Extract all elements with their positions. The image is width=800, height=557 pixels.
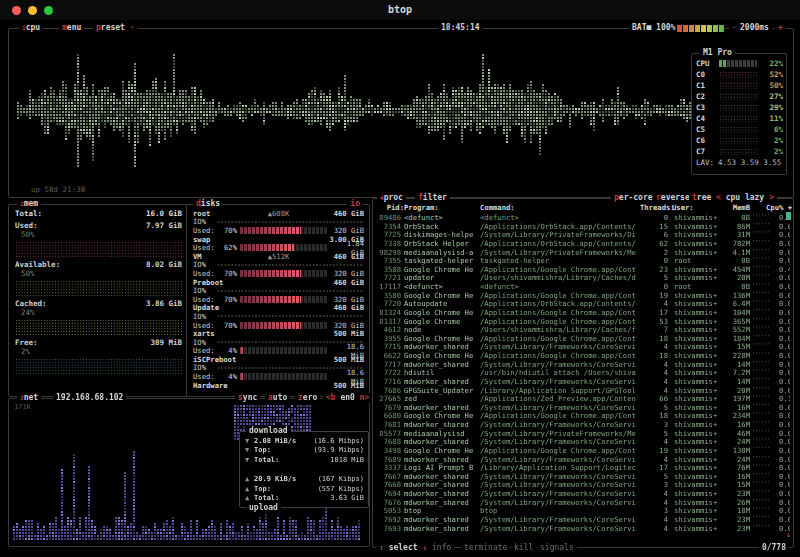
process-row[interactable]: 27665 zed /Applications/Zed Preview.app/…: [376, 395, 790, 404]
process-row[interactable]: 7689 mdworker_shared /System/Library/Fra…: [376, 456, 790, 465]
scrollbar-thumb[interactable]: [786, 212, 791, 220]
proc-command: /System/Library/PrivateFrameworks/Me: [480, 430, 640, 439]
net-box-tab[interactable]: 3net: [17, 393, 41, 403]
disk-size: 460 GiB: [307, 252, 364, 261]
proc-mem: 552M: [720, 326, 750, 335]
process-row[interactable]: 3337 Logi AI Prompt B /Library/Applicati…: [376, 464, 790, 473]
disk-io-graph: [217, 263, 364, 267]
sort-column-switcher[interactable]: < cpu lazy >: [713, 193, 777, 203]
process-row[interactable]: 7668 mdworker_shared /System/Library/Fra…: [376, 481, 790, 490]
disks-box-tab[interactable]: disks: [193, 199, 223, 209]
process-row[interactable]: 5053 btop btop 3 shivammis+ 18M 0.0: [376, 507, 790, 516]
net-interface-switcher[interactable]: <b en0 n>: [323, 393, 372, 403]
process-row[interactable]: 7716 mdworker_shared /System/Library/Fra…: [376, 378, 790, 387]
proc-command: /System/Library/PrivateFrameworks/Di: [480, 231, 640, 240]
process-row[interactable]: 7725 diskimages-helpe /System/Library/Pr…: [376, 231, 790, 240]
proc-cpu-mini-graph: [752, 464, 770, 473]
proc-command: /Applications/Google Chrome.app/Cont: [480, 335, 640, 344]
process-row[interactable]: 7667 mdworker_shared /System/Library/Fra…: [376, 473, 790, 482]
process-row[interactable]: 17117 <defunct> <defunct> 0 root 0B 0.0: [376, 283, 790, 292]
proc-pid: 27665: [376, 395, 404, 404]
per-core-toggle[interactable]: per-core: [611, 193, 656, 203]
proc-command: <defunct>: [480, 283, 640, 292]
col-cpu[interactable]: Cpu% +: [750, 203, 792, 212]
process-row[interactable]: 3580 Google Chrome He /Applications/Goog…: [376, 292, 790, 301]
process-row[interactable]: 7688 mdworker_shared /System/Library/Fra…: [376, 438, 790, 447]
load-average-row: LAV: 4.53 3.59 3.55: [696, 157, 783, 168]
process-row[interactable]: 3955 Google Chrome He /Applications/Goog…: [376, 335, 790, 344]
proc-cpu: 0.0: [772, 490, 790, 499]
process-row[interactable]: 7721 updater /Users/shivammishra/Library…: [376, 274, 790, 283]
select-control[interactable]: ↑ select ↓: [376, 543, 430, 553]
process-row[interactable]: 89486 <defunct> <defunct> 0 shivammis+ 0…: [376, 214, 790, 223]
proc-threads: 3: [640, 507, 672, 516]
disk-used-line: Used: 4% 18.6 MiB: [193, 347, 364, 356]
process-row[interactable]: 7720 Autoupdate /Applications/OrbStack.a…: [376, 300, 790, 309]
process-row[interactable]: 7686 GPGSuite_Updater /Library/Applicati…: [376, 387, 790, 396]
disk-used-meter: [240, 373, 327, 380]
proc-command: btop: [480, 507, 640, 516]
process-row[interactable]: 7679 mdworker_shared /System/Library/Fra…: [376, 404, 790, 413]
process-row[interactable]: 3588 Google Chrome He /Applications/Goog…: [376, 266, 790, 275]
proc-program: mdworker_shared: [404, 499, 480, 508]
uptime: up 58d 21:38: [31, 185, 85, 194]
signals-button[interactable]: signals: [537, 543, 577, 553]
process-row[interactable]: 81324 Google Chrome He /Applications/Goo…: [376, 309, 790, 318]
process-box: 4proc filter per-core reverse tree < cpu…: [372, 198, 794, 548]
disk-title-line: root ▲608K 460 GiB: [193, 209, 364, 218]
process-row[interactable]: 3498 Google Chrome He /Applications/Goog…: [376, 447, 790, 456]
col-mem[interactable]: MemB: [720, 203, 750, 212]
proc-cpu: 0.0: [772, 378, 790, 387]
info-button[interactable]: info: [429, 543, 454, 553]
process-row[interactable]: 7355 taskgated-helper taskgated-helper 0…: [376, 257, 790, 266]
net-auto-toggle[interactable]: auto: [265, 393, 290, 403]
tree-toggle[interactable]: tree: [689, 193, 714, 203]
net-sync-toggle[interactable]: sync: [235, 393, 260, 403]
proc-command: /Library/Application Support/Logitec: [480, 464, 640, 473]
proc-command: /System/Library/PrivateFrameworks/Me: [480, 249, 640, 258]
proc-box-tab[interactable]: 4proc: [377, 193, 406, 203]
col-command[interactable]: Command:: [480, 203, 640, 212]
reverse-toggle[interactable]: reverse: [653, 193, 693, 203]
proc-cpu-mini-graph: [752, 231, 770, 240]
interval-plus-button[interactable]: +: [775, 23, 786, 33]
proc-user: shivammis+: [672, 249, 720, 258]
process-row[interactable]: 98298 mediaanalysisd-a /System/Library/P…: [376, 249, 790, 258]
process-row[interactable]: 7717 mdworker_shared /System/Library/Fra…: [376, 361, 790, 370]
process-row[interactable]: 6622 Google Chrome He /Applications/Goog…: [376, 352, 790, 361]
filter-button[interactable]: filter: [415, 193, 450, 203]
mem-box-tab[interactable]: 2mem: [17, 199, 41, 209]
cpu-box-tab[interactable]: 1cpu: [19, 23, 43, 33]
process-row[interactable]: 4612 node /Users/shivammishra/Library/Ca…: [376, 326, 790, 335]
terminate-button[interactable]: terminate: [461, 543, 510, 553]
proc-mem: 14M: [720, 378, 750, 387]
process-row[interactable]: 7676 mdworker_shared /System/Library/Fra…: [376, 499, 790, 508]
proc-user: root: [672, 257, 720, 266]
proc-mem: 16M: [720, 421, 750, 430]
kill-button[interactable]: kill: [511, 543, 536, 553]
preset-button[interactable]: preset ·: [93, 23, 138, 33]
process-row[interactable]: 7722 hdiutil /usr/bin/hdiutil attach /Us…: [376, 369, 790, 378]
menu-button[interactable]: menu: [59, 23, 84, 33]
scroll-down-icon[interactable]: ↓: [786, 530, 791, 539]
proc-pid: 5053: [376, 507, 404, 516]
process-row[interactable]: 6680 Google Chrome He /Applications/Goog…: [376, 412, 790, 421]
process-row[interactable]: 7692 mdworker_shared /System/Library/Fra…: [376, 516, 790, 525]
proc-user: shivammis+: [672, 404, 720, 413]
col-user[interactable]: User:: [672, 203, 720, 212]
col-threads[interactable]: Threads:: [640, 203, 672, 212]
process-row[interactable]: 7715 mdworker_shared /System/Library/Fra…: [376, 343, 790, 352]
proc-threads: 17: [640, 464, 672, 473]
process-row[interactable]: 7354 OrbStack /Applications/OrbStack.app…: [376, 223, 790, 232]
net-zero-toggle[interactable]: zero: [295, 393, 320, 403]
process-row[interactable]: 81317 Google Chrome /Applications/Google…: [376, 318, 790, 327]
disks-io-toggle[interactable]: io: [347, 199, 363, 209]
proc-user: shivammis+: [672, 481, 720, 490]
col-program[interactable]: Program:: [404, 203, 480, 212]
process-row[interactable]: 7681 mdworker_shared /System/Library/Fra…: [376, 421, 790, 430]
process-row[interactable]: 7693 mdworker_shared /System/Library/Fra…: [376, 525, 790, 534]
process-row[interactable]: 7694 mdworker_shared /System/Library/Fra…: [376, 490, 790, 499]
process-row[interactable]: 7338 OrbStack Helper /Applications/OrbSt…: [376, 240, 790, 249]
col-pid[interactable]: Pid:: [376, 203, 404, 212]
process-row[interactable]: 85577 mediaanalysisd /System/Library/Pri…: [376, 430, 790, 439]
